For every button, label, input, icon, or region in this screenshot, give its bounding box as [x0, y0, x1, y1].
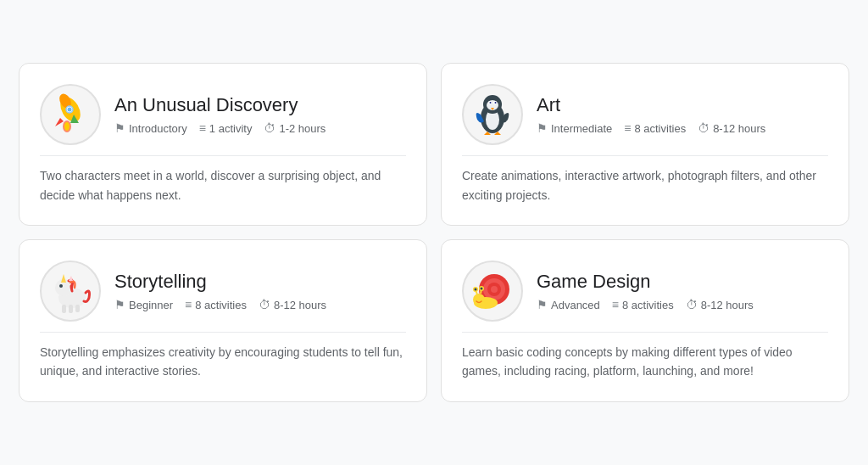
svg-point-12: [490, 102, 492, 104]
card-title: Art: [537, 94, 765, 116]
hours-label: 8-12 hours: [701, 299, 754, 311]
list-icon: ≡: [612, 298, 619, 311]
clock-icon: ⏱: [259, 298, 270, 311]
card-title-area: Game Design ⚑ Advanced ≡ 8 activities ⏱ …: [537, 271, 754, 311]
card-divider: [462, 155, 828, 156]
clock-icon: ⏱: [698, 121, 709, 135]
card-header: Art ⚑ Intermediate ≡ 8 activities ⏱ 8-12…: [462, 84, 828, 145]
card-title: An Unusual Discovery: [114, 94, 326, 116]
activities-label: 1 activity: [209, 122, 253, 135]
level-label: Beginner: [129, 299, 173, 311]
svg-point-17: [59, 284, 63, 288]
activities-label: 8 activities: [195, 299, 247, 311]
card-divider: [462, 332, 828, 333]
card-description: Learn basic coding concepts by making di…: [462, 343, 828, 381]
card-meta: ⚑ Advanced ≡ 8 activities ⏱ 8-12 hours: [537, 298, 754, 311]
flag-icon: ⚑: [114, 121, 125, 135]
meta-activities: ≡ 8 activities: [624, 121, 686, 135]
card-game-design[interactable]: Game Design ⚑ Advanced ≡ 8 activities ⏱ …: [441, 239, 849, 402]
card-storytelling[interactable]: Storytelling ⚑ Beginner ≡ 8 activities ⏱…: [19, 239, 427, 402]
activities-label: 8 activities: [622, 299, 674, 311]
clock-icon: ⏱: [264, 121, 275, 135]
meta-level: ⚑ Intermediate: [537, 121, 612, 135]
meta-level: ⚑ Advanced: [537, 298, 600, 311]
card-title: Game Design: [537, 271, 754, 293]
meta-activities: ≡ 8 activities: [612, 298, 674, 311]
svg-point-27: [473, 294, 485, 305]
cards-grid: An Unusual Discovery ⚑ Introductory ≡ 1 …: [19, 63, 849, 402]
svg-marker-16: [61, 274, 66, 283]
card-art[interactable]: Art ⚑ Intermediate ≡ 8 activities ⏱ 8-12…: [441, 63, 849, 226]
level-label: Introductory: [129, 122, 187, 135]
list-icon: ≡: [624, 121, 631, 135]
card-title-area: Storytelling ⚑ Beginner ≡ 8 activities ⏱…: [114, 271, 326, 311]
card-icon-storytelling: [40, 261, 101, 322]
card-header: An Unusual Discovery ⚑ Introductory ≡ 1 …: [40, 84, 406, 145]
card-icon-art: [462, 84, 523, 145]
hours-label: 8-12 hours: [713, 122, 765, 135]
flag-icon: ⚑: [537, 121, 548, 135]
flag-icon: ⚑: [114, 298, 125, 311]
clock-icon: ⏱: [686, 298, 698, 311]
svg-marker-21: [69, 276, 73, 281]
meta-hours: ⏱ 8-12 hours: [698, 121, 765, 135]
meta-hours: ⏱ 8-12 hours: [686, 298, 754, 311]
svg-point-3: [68, 108, 72, 112]
meta-level: ⚑ Introductory: [114, 121, 187, 135]
card-meta: ⚑ Beginner ≡ 8 activities ⏱ 8-12 hours: [114, 298, 326, 311]
flag-icon: ⚑: [537, 298, 548, 311]
svg-point-32: [475, 289, 477, 291]
card-description: Storytelling emphasizes creativity by en…: [40, 343, 406, 381]
card-icon-unusual-discovery: [40, 84, 101, 145]
card-meta: ⚑ Introductory ≡ 1 activity ⏱ 1-2 hours: [114, 121, 326, 135]
list-icon: ≡: [199, 121, 206, 135]
meta-hours: ⏱ 8-12 hours: [259, 298, 326, 311]
card-title-area: Art ⚑ Intermediate ≡ 8 activities ⏱ 8-12…: [537, 94, 765, 135]
activities-label: 8 activities: [634, 122, 686, 135]
meta-hours: ⏱ 1-2 hours: [264, 121, 326, 135]
card-divider: [40, 332, 406, 333]
card-description: Create animations, interactive artwork, …: [462, 166, 828, 204]
svg-point-33: [481, 288, 483, 290]
svg-point-13: [495, 102, 497, 104]
svg-point-5: [64, 122, 70, 131]
hours-label: 8-12 hours: [274, 299, 326, 311]
meta-activities: ≡ 1 activity: [199, 121, 253, 135]
level-label: Advanced: [551, 299, 600, 311]
card-icon-game-design: [462, 261, 523, 322]
card-header: Storytelling ⚑ Beginner ≡ 8 activities ⏱…: [40, 261, 406, 322]
card-meta: ⚑ Intermediate ≡ 8 activities ⏱ 8-12 hou…: [537, 121, 765, 135]
card-divider: [40, 155, 406, 156]
svg-point-25: [491, 286, 498, 293]
meta-activities: ≡ 8 activities: [185, 298, 247, 311]
level-label: Intermediate: [551, 122, 612, 135]
card-header: Game Design ⚑ Advanced ≡ 8 activities ⏱ …: [462, 261, 828, 322]
card-description: Two characters meet in a world, discover…: [40, 166, 406, 204]
hours-label: 1-2 hours: [279, 122, 326, 135]
card-title-area: An Unusual Discovery ⚑ Introductory ≡ 1 …: [114, 94, 326, 135]
card-unusual-discovery[interactable]: An Unusual Discovery ⚑ Introductory ≡ 1 …: [19, 63, 427, 226]
svg-rect-18: [62, 305, 66, 313]
list-icon: ≡: [185, 298, 192, 311]
svg-rect-20: [75, 305, 80, 312]
svg-rect-19: [69, 305, 73, 313]
card-title: Storytelling: [114, 271, 326, 293]
meta-level: ⚑ Beginner: [114, 298, 173, 311]
